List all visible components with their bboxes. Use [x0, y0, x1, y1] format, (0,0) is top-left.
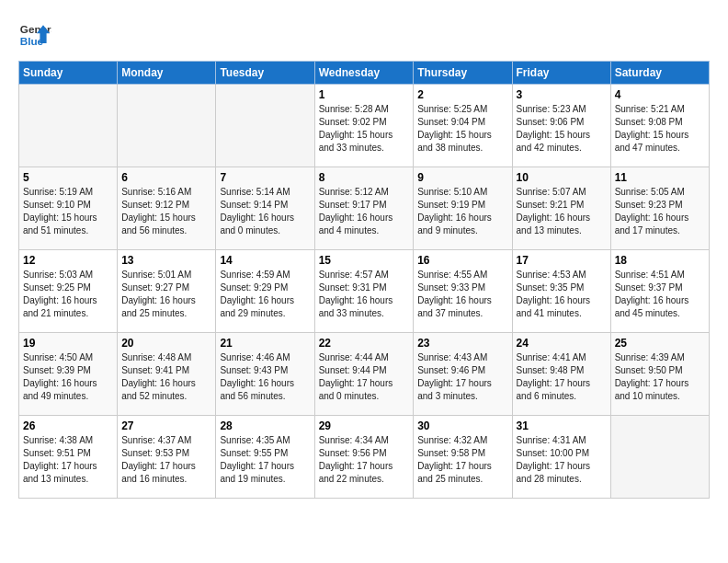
column-header-monday: Monday: [118, 62, 216, 85]
day-info: Sunrise: 4:57 AMSunset: 9:31 PMDaylight:…: [319, 269, 410, 320]
logo: General Blue: [18, 18, 51, 52]
day-info: Sunrise: 4:51 AMSunset: 9:37 PMDaylight:…: [615, 269, 705, 320]
day-number: 19: [23, 337, 113, 350]
day-number: 18: [615, 254, 705, 267]
calendar-cell: 16Sunrise: 4:55 AMSunset: 9:33 PMDayligh…: [414, 250, 512, 333]
calendar-week-row: 1Sunrise: 5:28 AMSunset: 9:02 PMDaylight…: [19, 85, 710, 167]
day-number: 10: [517, 171, 607, 184]
day-info: Sunrise: 4:32 AMSunset: 9:58 PMDaylight:…: [417, 434, 507, 486]
day-number: 15: [319, 254, 410, 267]
day-number: 2: [417, 88, 507, 101]
calendar-cell: 19Sunrise: 4:50 AMSunset: 9:39 PMDayligh…: [19, 333, 118, 416]
day-info: Sunrise: 4:48 AMSunset: 9:41 PMDaylight:…: [121, 351, 211, 403]
day-info: Sunrise: 5:23 AMSunset: 9:06 PMDaylight:…: [517, 103, 607, 155]
column-header-tuesday: Tuesday: [216, 62, 314, 85]
day-number: 9: [417, 171, 507, 184]
day-number: 12: [23, 254, 113, 267]
calendar-cell: 15Sunrise: 4:57 AMSunset: 9:31 PMDayligh…: [314, 250, 414, 333]
calendar-week-row: 12Sunrise: 5:03 AMSunset: 9:25 PMDayligh…: [19, 250, 710, 333]
day-info: Sunrise: 5:01 AMSunset: 9:27 PMDaylight:…: [121, 269, 211, 320]
day-number: 21: [220, 337, 310, 350]
day-number: 7: [220, 171, 310, 184]
calendar-cell: 11Sunrise: 5:05 AMSunset: 9:23 PMDayligh…: [610, 167, 709, 250]
calendar-cell: 20Sunrise: 4:48 AMSunset: 9:41 PMDayligh…: [118, 333, 216, 416]
calendar-cell: [610, 416, 709, 499]
day-number: 31: [517, 419, 607, 432]
day-info: Sunrise: 5:28 AMSunset: 9:02 PMDaylight:…: [319, 103, 410, 155]
day-info: Sunrise: 5:19 AMSunset: 9:10 PMDaylight:…: [23, 186, 113, 237]
svg-text:General: General: [20, 23, 51, 35]
day-info: Sunrise: 5:10 AMSunset: 9:19 PMDaylight:…: [417, 186, 507, 237]
day-info: Sunrise: 4:44 AMSunset: 9:44 PMDaylight:…: [319, 351, 410, 403]
calendar-cell: 21Sunrise: 4:46 AMSunset: 9:43 PMDayligh…: [216, 333, 314, 416]
day-info: Sunrise: 4:37 AMSunset: 9:53 PMDaylight:…: [121, 434, 211, 486]
day-number: 8: [319, 171, 410, 184]
calendar-week-row: 19Sunrise: 4:50 AMSunset: 9:39 PMDayligh…: [19, 333, 710, 416]
day-number: 24: [517, 337, 607, 350]
day-number: 25: [615, 337, 705, 350]
day-number: 23: [417, 337, 507, 350]
day-number: 26: [23, 419, 113, 432]
calendar-cell: [19, 85, 118, 167]
day-info: Sunrise: 4:53 AMSunset: 9:35 PMDaylight:…: [517, 269, 607, 320]
day-info: Sunrise: 4:50 AMSunset: 9:39 PMDaylight:…: [23, 351, 113, 403]
calendar-cell: 5Sunrise: 5:19 AMSunset: 9:10 PMDaylight…: [19, 167, 118, 250]
calendar-cell: 29Sunrise: 4:34 AMSunset: 9:56 PMDayligh…: [314, 416, 414, 499]
day-number: 14: [220, 254, 310, 267]
day-info: Sunrise: 5:14 AMSunset: 9:14 PMDaylight:…: [220, 186, 310, 237]
calendar-cell: 28Sunrise: 4:35 AMSunset: 9:55 PMDayligh…: [216, 416, 314, 499]
day-info: Sunrise: 4:59 AMSunset: 9:29 PMDaylight:…: [220, 269, 310, 320]
calendar-cell: 1Sunrise: 5:28 AMSunset: 9:02 PMDaylight…: [314, 85, 414, 167]
calendar-cell: 3Sunrise: 5:23 AMSunset: 9:06 PMDaylight…: [512, 85, 610, 167]
day-info: Sunrise: 5:12 AMSunset: 9:17 PMDaylight:…: [319, 186, 410, 237]
column-header-friday: Friday: [512, 62, 610, 85]
calendar-cell: 2Sunrise: 5:25 AMSunset: 9:04 PMDaylight…: [414, 85, 512, 167]
calendar-header-row: SundayMondayTuesdayWednesdayThursdayFrid…: [19, 62, 710, 85]
day-number: 13: [121, 254, 211, 267]
calendar-cell: 4Sunrise: 5:21 AMSunset: 9:08 PMDaylight…: [610, 85, 709, 167]
day-number: 28: [220, 419, 310, 432]
day-info: Sunrise: 4:35 AMSunset: 9:55 PMDaylight:…: [220, 434, 310, 486]
day-number: 1: [319, 88, 410, 101]
calendar-cell: 30Sunrise: 4:32 AMSunset: 9:58 PMDayligh…: [414, 416, 512, 499]
calendar-cell: 18Sunrise: 4:51 AMSunset: 9:37 PMDayligh…: [610, 250, 709, 333]
day-number: 4: [615, 88, 705, 101]
day-info: Sunrise: 5:25 AMSunset: 9:04 PMDaylight:…: [417, 103, 507, 155]
day-info: Sunrise: 4:31 AMSunset: 10:00 PMDaylight…: [517, 434, 607, 486]
calendar-table: SundayMondayTuesdayWednesdayThursdayFrid…: [18, 61, 710, 499]
day-info: Sunrise: 4:39 AMSunset: 9:50 PMDaylight:…: [615, 351, 705, 403]
day-number: 3: [517, 88, 607, 101]
calendar-week-row: 5Sunrise: 5:19 AMSunset: 9:10 PMDaylight…: [19, 167, 710, 250]
day-number: 17: [517, 254, 607, 267]
column-header-saturday: Saturday: [610, 62, 709, 85]
day-info: Sunrise: 5:16 AMSunset: 9:12 PMDaylight:…: [121, 186, 211, 237]
day-info: Sunrise: 5:03 AMSunset: 9:25 PMDaylight:…: [23, 269, 113, 320]
calendar-cell: 6Sunrise: 5:16 AMSunset: 9:12 PMDaylight…: [118, 167, 216, 250]
day-info: Sunrise: 5:05 AMSunset: 9:23 PMDaylight:…: [615, 186, 705, 237]
calendar-cell: 23Sunrise: 4:43 AMSunset: 9:46 PMDayligh…: [414, 333, 512, 416]
calendar-cell: 25Sunrise: 4:39 AMSunset: 9:50 PMDayligh…: [610, 333, 709, 416]
calendar-cell: 10Sunrise: 5:07 AMSunset: 9:21 PMDayligh…: [512, 167, 610, 250]
day-info: Sunrise: 5:21 AMSunset: 9:08 PMDaylight:…: [615, 103, 705, 155]
column-header-thursday: Thursday: [414, 62, 512, 85]
day-number: 22: [319, 337, 410, 350]
day-info: Sunrise: 4:34 AMSunset: 9:56 PMDaylight:…: [319, 434, 410, 486]
day-number: 29: [319, 419, 410, 432]
calendar-cell: 26Sunrise: 4:38 AMSunset: 9:51 PMDayligh…: [19, 416, 118, 499]
day-info: Sunrise: 4:46 AMSunset: 9:43 PMDaylight:…: [220, 351, 310, 403]
column-header-sunday: Sunday: [19, 62, 118, 85]
calendar-cell: 27Sunrise: 4:37 AMSunset: 9:53 PMDayligh…: [118, 416, 216, 499]
calendar-cell: 13Sunrise: 5:01 AMSunset: 9:27 PMDayligh…: [118, 250, 216, 333]
day-info: Sunrise: 4:55 AMSunset: 9:33 PMDaylight:…: [417, 269, 507, 320]
calendar-cell: [118, 85, 216, 167]
calendar-cell: 22Sunrise: 4:44 AMSunset: 9:44 PMDayligh…: [314, 333, 414, 416]
calendar-cell: 31Sunrise: 4:31 AMSunset: 10:00 PMDaylig…: [512, 416, 610, 499]
calendar-week-row: 26Sunrise: 4:38 AMSunset: 9:51 PMDayligh…: [19, 416, 710, 499]
day-info: Sunrise: 4:43 AMSunset: 9:46 PMDaylight:…: [417, 351, 507, 403]
calendar-cell: 8Sunrise: 5:12 AMSunset: 9:17 PMDaylight…: [314, 167, 414, 250]
column-header-wednesday: Wednesday: [314, 62, 414, 85]
day-number: 20: [121, 337, 211, 350]
day-number: 30: [417, 419, 507, 432]
calendar-cell: [216, 85, 314, 167]
day-number: 16: [417, 254, 507, 267]
